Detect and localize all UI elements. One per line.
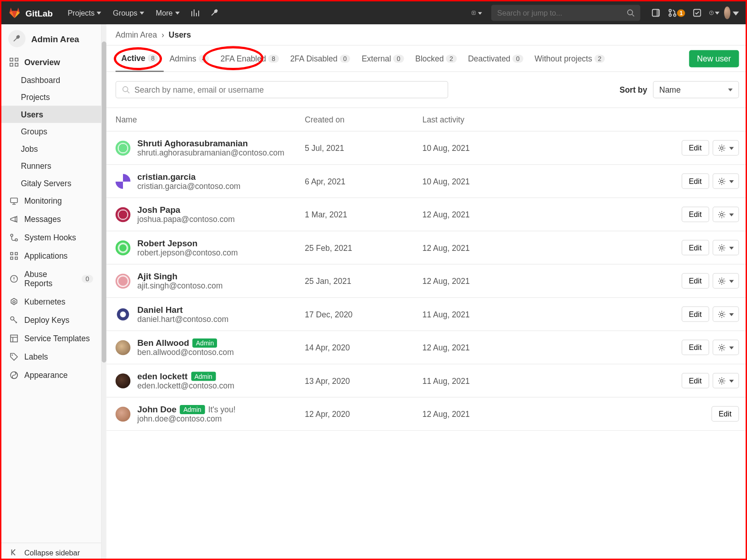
edit-button[interactable]: Edit <box>681 140 709 156</box>
help-menu[interactable]: ? <box>707 1 722 24</box>
gear-icon <box>718 177 726 185</box>
edit-button[interactable]: Edit <box>681 306 709 322</box>
table-row: Shruti Aghorasubramanianshruti.aghorasub… <box>106 132 747 165</box>
sidebar-item-labels[interactable]: Labels <box>1 348 101 366</box>
global-search[interactable] <box>491 5 641 21</box>
sidebar-header: Admin Area <box>1 24 101 53</box>
sidebar-sub-groups[interactable]: Groups <box>1 123 101 140</box>
edit-button[interactable]: Edit <box>711 406 739 422</box>
edit-button[interactable]: Edit <box>681 207 709 222</box>
edit-button[interactable]: Edit <box>681 173 709 189</box>
wrench-admin-icon[interactable] <box>205 1 224 24</box>
sort-label: Sort by <box>619 85 647 94</box>
edit-button[interactable]: Edit <box>681 373 709 388</box>
nav-more[interactable]: More <box>150 1 185 24</box>
edit-button[interactable]: Edit <box>681 340 709 355</box>
gear-icon <box>718 344 726 352</box>
user-search[interactable] <box>116 81 448 99</box>
user-created: 5 Jul, 2021 <box>305 143 422 152</box>
sidebar-sub-jobs[interactable]: Jobs <box>1 140 101 158</box>
breadcrumb: Admin Area › Users <box>106 24 747 45</box>
sidebar-item-service-templates[interactable]: Service Templates <box>1 329 101 348</box>
svg-point-35 <box>720 379 723 382</box>
edit-button[interactable]: Edit <box>681 273 709 289</box>
sidebar-sub-users[interactable]: Users <box>1 106 101 123</box>
issues-icon[interactable] <box>647 1 666 24</box>
user-avatar-icon <box>116 174 131 189</box>
tab-active[interactable]: Active8 <box>116 45 164 72</box>
user-name[interactable]: eden lockett Admin <box>137 371 305 381</box>
sidebar-item-system-hooks[interactable]: System Hooks <box>1 228 101 247</box>
sidebar-item-appearance[interactable]: Appearance <box>1 366 101 384</box>
breadcrumb-parent[interactable]: Admin Area <box>116 30 157 39</box>
tab-deactivated[interactable]: Deactivated0 <box>462 45 529 72</box>
sidebar-scrollbar[interactable] <box>102 24 106 560</box>
user-name[interactable]: cristian.garcia <box>137 172 305 181</box>
sidebar-item-messages[interactable]: Messages <box>1 210 101 228</box>
svg-point-15 <box>11 234 13 237</box>
todos-icon[interactable] <box>687 1 707 24</box>
table-row: eden lockett Admineden.lockett@contoso.c… <box>106 364 747 398</box>
user-email: joshua.papa@contoso.com <box>137 215 305 224</box>
tab-count: 2 <box>446 55 457 63</box>
tab-2fa-disabled[interactable]: 2FA Disabled0 <box>284 45 356 72</box>
gear-icon <box>718 144 726 152</box>
row-menu-button[interactable] <box>713 240 739 255</box>
search-input[interactable] <box>497 9 627 17</box>
user-created: 1 Mar, 2021 <box>305 210 422 219</box>
row-menu-button[interactable] <box>713 273 739 289</box>
svg-point-1 <box>628 10 633 15</box>
user-name[interactable]: Josh Papa <box>137 205 305 215</box>
sidebar-item-monitoring[interactable]: Monitoring <box>1 192 101 210</box>
row-menu-button[interactable] <box>713 140 739 156</box>
collapse-sidebar[interactable]: Collapse sidebar <box>1 543 101 560</box>
svg-point-6 <box>674 14 676 17</box>
sidebar-sub-runners[interactable]: Runners <box>1 157 101 175</box>
sidebar-item-deploy-keys[interactable]: Deploy Keys <box>1 311 101 329</box>
sidebar-item-applications[interactable]: Applications <box>1 247 101 265</box>
sidebar-item-abuse-reports[interactable]: Abuse Reports0 <box>1 265 101 293</box>
tab-admins[interactable]: Admins4 <box>164 45 215 72</box>
row-menu-button[interactable] <box>713 373 739 388</box>
sidebar-sub-dashboard[interactable]: Dashboard <box>1 72 101 89</box>
new-user-button[interactable]: New user <box>689 50 739 67</box>
edit-button[interactable]: Edit <box>681 240 709 255</box>
nav-groups[interactable]: Groups <box>107 1 150 24</box>
sidebar-item-kubernetes[interactable]: Kubernetes <box>1 293 101 311</box>
megaphone-icon <box>10 215 19 224</box>
plus-menu[interactable] <box>468 1 486 24</box>
svg-rect-13 <box>15 63 18 66</box>
svg-rect-17 <box>11 253 13 255</box>
collapse-icon <box>10 548 19 557</box>
tab-blocked[interactable]: Blocked2 <box>410 45 463 72</box>
table-row: Ben Allwood Adminben.allwood@contoso.com… <box>106 331 747 365</box>
tab-external[interactable]: External0 <box>356 45 410 72</box>
tab-without-projects[interactable]: Without projects2 <box>529 45 611 72</box>
row-menu-button[interactable] <box>713 173 739 189</box>
row-menu-button[interactable] <box>713 306 739 322</box>
activity-icon[interactable] <box>185 1 205 24</box>
row-menu-button[interactable] <box>713 207 739 222</box>
user-name[interactable]: Ben Allwood Admin <box>137 338 305 348</box>
tab-2fa-enabled[interactable]: 2FA Enabled8 <box>215 45 284 72</box>
svg-point-28 <box>720 147 723 149</box>
user-search-input[interactable] <box>134 85 442 94</box>
tab-count: 0 <box>513 55 523 63</box>
user-name[interactable]: Daniel Hart <box>137 305 305 314</box>
user-name[interactable]: John Doe Admin It's you! <box>137 405 305 414</box>
sidebar-sub-projects[interactable]: Projects <box>1 89 101 106</box>
sidebar: Admin Area Overview DashboardProjectsUse… <box>1 24 102 560</box>
user-name[interactable]: Shruti Aghorasubramanian <box>137 139 305 148</box>
nav-projects[interactable]: Projects <box>62 1 107 24</box>
sidebar-overview[interactable]: Overview <box>1 53 101 72</box>
row-menu-button[interactable] <box>713 340 739 355</box>
user-menu[interactable] <box>722 1 741 24</box>
user-name[interactable]: Ajit Singh <box>137 272 305 281</box>
user-name[interactable]: Robert Jepson <box>137 238 305 248</box>
sort-select[interactable]: Name <box>653 81 739 99</box>
svg-rect-24 <box>11 335 17 342</box>
user-activity: 12 Aug, 2021 <box>423 409 537 418</box>
user-avatar-icon <box>116 207 131 222</box>
sidebar-sub-gitaly-servers[interactable]: Gitaly Servers <box>1 175 101 192</box>
merge-requests-icon[interactable]: 1 <box>666 1 687 24</box>
